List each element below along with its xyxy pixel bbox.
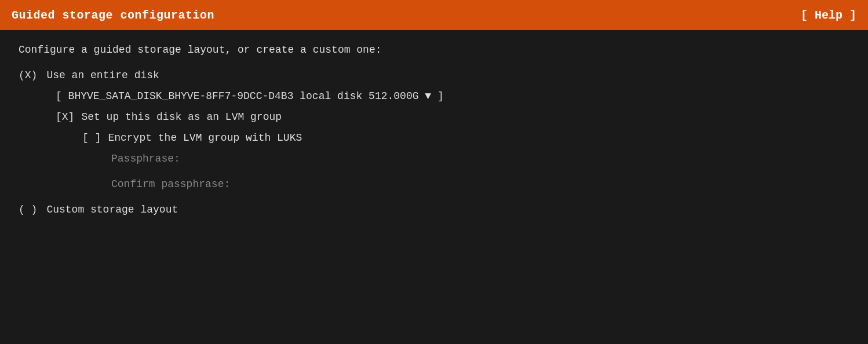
use-entire-disk-radio[interactable]: (X)	[19, 69, 37, 81]
confirm-passphrase-row: Confirm passphrase:	[111, 178, 849, 190]
confirm-passphrase-label: Confirm passphrase:	[111, 178, 230, 190]
description-text: Configure a guided storage layout, or cr…	[19, 44, 849, 56]
window-title: Guided storage configuration	[12, 9, 214, 22]
custom-storage-radio[interactable]: ( )	[19, 204, 37, 215]
confirm-passphrase-input[interactable]	[230, 178, 346, 190]
title-bar: Guided storage configuration [ Help ]	[0, 0, 868, 30]
passphrase-row: Passphrase:	[111, 153, 849, 164]
encrypt-luks-option[interactable]: [ ] Encrypt the LVM group with LUKS	[82, 132, 849, 144]
use-entire-disk-option[interactable]: (X) Use an entire disk	[19, 69, 849, 81]
lvm-group-checkbox[interactable]: [X]	[56, 111, 74, 123]
main-content: Configure a guided storage layout, or cr…	[0, 30, 868, 239]
passphrase-label: Passphrase:	[111, 153, 180, 164]
use-entire-disk-label: Use an entire disk	[46, 69, 159, 81]
custom-storage-label: Custom storage layout	[46, 204, 178, 215]
lvm-group-label: Set up this disk as an LVM group	[81, 111, 282, 123]
lvm-group-option[interactable]: [X] Set up this disk as an LVM group	[56, 111, 849, 123]
disk-selector-row[interactable]: [ BHYVE_SATA_DISK_BHYVE-8FF7-9DCC-D4B3 l…	[56, 90, 849, 102]
encrypt-luks-checkbox[interactable]: [ ]	[82, 132, 101, 144]
custom-storage-option[interactable]: ( ) Custom storage layout	[19, 204, 849, 215]
help-button[interactable]: [ Help ]	[801, 9, 856, 22]
passphrase-input[interactable]	[180, 153, 296, 164]
encrypt-luks-label: Encrypt the LVM group with LUKS	[108, 132, 302, 144]
disk-selector-button[interactable]: [ BHYVE_SATA_DISK_BHYVE-8FF7-9DCC-D4B3 l…	[56, 90, 444, 102]
